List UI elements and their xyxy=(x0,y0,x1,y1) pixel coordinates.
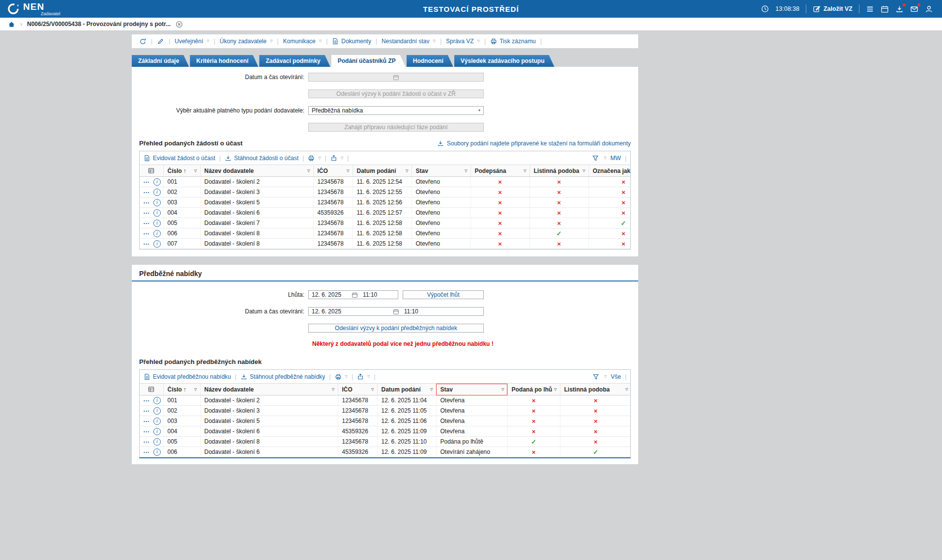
deadline-datetime-input[interactable]: 12. 6. 2025 11:10 xyxy=(308,290,398,299)
table-row[interactable]: •••i 001 Dodavatel - školení 2 12345678 … xyxy=(140,177,630,187)
select-column-header[interactable] xyxy=(140,384,163,395)
filter-chevron-icon[interactable]: ▽ xyxy=(371,388,374,392)
calendar-button[interactable] xyxy=(881,5,889,13)
open-datetime-input[interactable]: 12. 6. 2025 11:10 xyxy=(308,307,484,316)
calc-deadlines-button[interactable]: Výpočet lhůt xyxy=(403,290,484,299)
history-button[interactable] xyxy=(139,38,147,45)
info-icon[interactable]: i xyxy=(153,240,161,248)
menu-uverejneni[interactable]: Uveřejnění▽ xyxy=(175,38,209,45)
table-row[interactable]: •••i 003 Dodavatel - školení 5 12345678 … xyxy=(140,416,630,426)
table-row[interactable]: •••i 006 Dodavatel - školení 8 12345678 … xyxy=(140,228,630,239)
info-icon[interactable]: i xyxy=(153,220,161,227)
profile-button[interactable] xyxy=(925,5,933,13)
info-icon[interactable]: i xyxy=(153,428,161,435)
tab-zadavaci-podminky[interactable]: Zadávací podmínky xyxy=(259,55,330,67)
info-icon[interactable]: i xyxy=(153,448,161,456)
download-requests-button[interactable]: Stáhnout žádosti o účast xyxy=(225,155,298,162)
filter-chevron-icon[interactable]: ▽ xyxy=(430,388,433,392)
close-record-button[interactable] xyxy=(176,21,183,28)
column-datum-podani[interactable]: Datum podání▽ xyxy=(377,384,436,395)
row-menu-button[interactable]: ••• xyxy=(144,180,150,184)
register-request-button[interactable]: Evidovat žádost o účast xyxy=(144,155,215,162)
calendar-icon[interactable] xyxy=(352,292,358,298)
downloads-button[interactable] xyxy=(895,5,904,13)
table-row[interactable]: •••i 001 Dodavatel - školení 2 12345678 … xyxy=(140,395,630,406)
start-next-phase-button[interactable]: Zahájit přípravu následující fáze podání xyxy=(308,123,484,132)
send-participation-request-button[interactable]: Odeslání výzvy k podání žádosti o účast … xyxy=(308,89,484,98)
register-offer-button[interactable]: Evidovat předběžnou nabídku xyxy=(144,373,231,380)
row-menu-button[interactable]: ••• xyxy=(144,231,150,236)
saved-filter-select[interactable]: Vše xyxy=(611,373,621,380)
filter-chevron-icon[interactable]: ▽ xyxy=(501,388,504,392)
table-row[interactable]: •••i 002 Dodavatel - školení 3 12345678 … xyxy=(140,187,630,197)
column-ico[interactable]: IČO▽ xyxy=(338,384,377,395)
row-menu-button[interactable]: ••• xyxy=(144,242,150,246)
chevron-down-icon[interactable]: ▽ xyxy=(604,156,606,160)
open-datetime-input[interactable] xyxy=(308,73,484,82)
table-row[interactable]: •••i 002 Dodavatel - školení 3 12345678 … xyxy=(140,406,630,416)
row-menu-button[interactable]: ••• xyxy=(144,429,150,434)
table-row[interactable]: •••i 004 Dodavatel - školení 6 45359326 … xyxy=(140,208,630,218)
table-row[interactable]: •••i 005 Dodavatel - školení 7 12345678 … xyxy=(140,218,630,228)
filter-chevron-icon[interactable]: ▽ xyxy=(554,388,557,392)
menu-sprava-vz[interactable]: Správa VZ▽ xyxy=(446,38,480,45)
chevron-down-icon[interactable]: ▽ xyxy=(604,375,607,379)
home-button[interactable] xyxy=(8,21,15,28)
column-listinna-podoba[interactable]: Listinná podoba▽ xyxy=(530,165,589,177)
info-icon[interactable]: i xyxy=(153,199,161,206)
filter-chevron-icon[interactable]: ▽ xyxy=(194,388,197,392)
column-podana-po-lhute[interactable]: Podaná po lhůtě▽ xyxy=(507,384,560,395)
info-icon[interactable]: i xyxy=(153,397,161,404)
info-icon[interactable]: i xyxy=(153,438,161,446)
menu-button[interactable] xyxy=(866,5,874,13)
submission-type-select[interactable]: Předběžná nabídka ▾ xyxy=(308,106,484,115)
column-oznacena[interactable]: Označena jako ne▽ xyxy=(589,165,630,177)
column-ico[interactable]: IČO▽ xyxy=(313,165,353,177)
filter-chevron-icon[interactable]: ▽ xyxy=(194,169,197,173)
row-menu-button[interactable]: ••• xyxy=(144,221,150,225)
info-icon[interactable]: i xyxy=(153,189,161,196)
send-prelim-offers-request-button[interactable]: Odeslání výzvy k podání předběžných nabí… xyxy=(308,324,484,333)
row-menu-button[interactable]: ••• xyxy=(144,450,150,454)
select-column-header[interactable] xyxy=(140,165,163,177)
row-menu-button[interactable]: ••• xyxy=(144,419,150,423)
menu-dokumenty[interactable]: Dokumenty xyxy=(332,38,371,45)
filter-chevron-icon[interactable]: ▽ xyxy=(406,169,408,173)
table-row[interactable]: •••i 004 Dodavatel - školení 6 45359326 … xyxy=(140,426,630,437)
tab-vysledek-postupu[interactable]: Výsledek zadávacího postupu xyxy=(454,55,555,67)
table-row[interactable]: •••i 006 Dodavatel - školení 6 45359326 … xyxy=(140,447,630,457)
print-table-button[interactable]: ▽ xyxy=(308,155,321,162)
filter-button[interactable] xyxy=(592,155,599,162)
row-menu-button[interactable]: ••• xyxy=(144,398,150,403)
tab-zakladni-udaje[interactable]: Základní údaje xyxy=(132,55,189,67)
export-table-button[interactable]: ▽ xyxy=(330,155,343,162)
filter-chevron-icon[interactable]: ▽ xyxy=(332,388,334,392)
menu-komunikace[interactable]: Komunikace▽ xyxy=(283,38,322,45)
edit-record-button[interactable] xyxy=(157,38,164,45)
table-row[interactable]: •••i 005 Dodavatel - školení 8 12345678 … xyxy=(140,437,630,447)
info-icon[interactable]: i xyxy=(153,209,161,217)
info-icon[interactable]: i xyxy=(153,178,161,186)
tab-podani-ucastniku-zp[interactable]: Podání účastníků ZP xyxy=(331,55,406,67)
column-podepsana[interactable]: Podepsána▽ xyxy=(471,165,530,177)
column-nazev-dodavatele[interactable]: Název dodavatele▽ xyxy=(200,165,313,177)
filter-chevron-icon[interactable]: ▽ xyxy=(347,169,349,173)
filter-chevron-icon[interactable]: ▽ xyxy=(625,388,628,392)
table-row[interactable]: •••i 003 Dodavatel - školení 5 12345678 … xyxy=(140,197,630,208)
info-icon[interactable]: i xyxy=(153,418,161,425)
column-cislo[interactable]: Číslo↑▽ xyxy=(163,384,200,395)
calendar-icon[interactable] xyxy=(393,308,399,315)
filter-button[interactable] xyxy=(592,373,599,380)
filter-chevron-icon[interactable]: ▽ xyxy=(465,169,467,173)
row-menu-button[interactable]: ••• xyxy=(144,200,150,205)
menu-ukony-zadavatele[interactable]: Úkony zadavatele▽ xyxy=(220,38,273,45)
filter-chevron-icon[interactable]: ▽ xyxy=(524,169,526,173)
print-table-button[interactable]: ▽ xyxy=(335,373,348,380)
tab-kriteria-hodnoceni[interactable]: Kritéria hodnocení xyxy=(190,55,258,67)
row-menu-button[interactable]: ••• xyxy=(144,211,150,215)
column-cislo[interactable]: Číslo↑▽ xyxy=(163,165,200,177)
row-menu-button[interactable]: ••• xyxy=(144,190,150,195)
column-nazev-dodavatele[interactable]: Název dodavatele▽ xyxy=(200,384,338,395)
info-icon[interactable]: i xyxy=(153,407,161,415)
row-menu-button[interactable]: ••• xyxy=(144,409,150,413)
